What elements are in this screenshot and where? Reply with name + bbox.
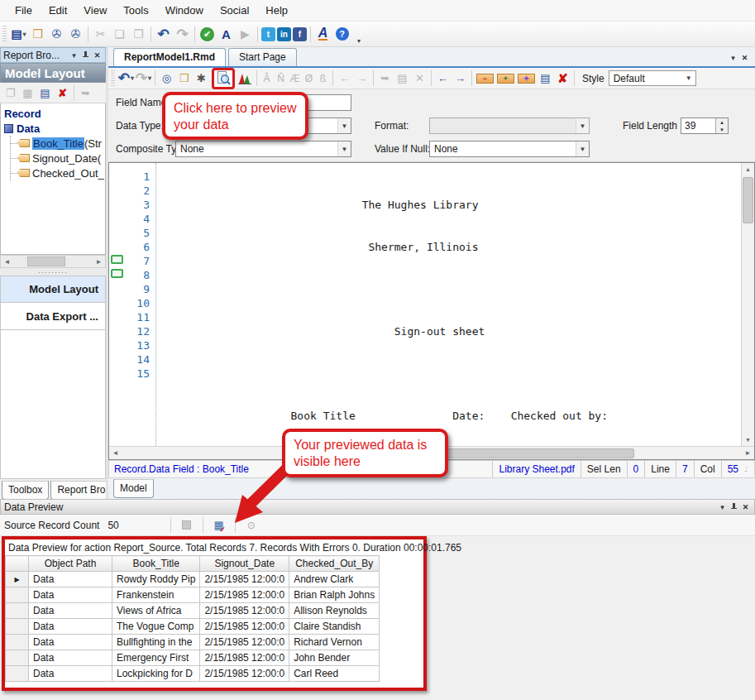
menu-view[interactable]: View (75, 1, 115, 20)
menu-file[interactable]: File (7, 1, 41, 20)
help-icon[interactable]: ? (332, 25, 351, 44)
record-properties-icon[interactable]: ▤ (537, 70, 554, 88)
nav-forward-icon[interactable]: → (353, 70, 370, 88)
menu-help[interactable]: Help (257, 1, 296, 20)
paste-icon[interactable]: ❐ (129, 25, 148, 44)
model-layout-button[interactable]: Model Layout (0, 276, 106, 303)
tree-node-checked-out[interactable]: Checked_Out_ (11, 165, 105, 180)
dock-menu-icon[interactable] (69, 50, 79, 60)
nav-back-icon[interactable]: ← (336, 70, 353, 88)
group-icon[interactable]: ▦ (19, 84, 36, 102)
row-selector[interactable] (6, 666, 29, 682)
report-header-line[interactable]: Book TitleDate:Checked out by: (161, 409, 741, 423)
row-selector[interactable] (6, 603, 29, 619)
menu-social[interactable]: Social (212, 1, 257, 20)
panel-menu-icon[interactable] (717, 501, 728, 512)
font-icon[interactable]: A (217, 25, 236, 44)
char-ae-icon[interactable]: Æ (288, 73, 302, 84)
linkedin-icon[interactable]: in (277, 27, 291, 41)
ruler-remove-icon[interactable]: − (476, 74, 494, 84)
cut-icon[interactable]: ✂ (91, 25, 110, 44)
undo-icon[interactable]: ↶ (154, 25, 173, 44)
prev-field-icon[interactable]: ← (434, 70, 452, 88)
menu-tools[interactable]: Tools (115, 1, 156, 20)
stepper-down-icon[interactable]: ▼ (716, 126, 728, 133)
tab-model[interactable]: Model (113, 479, 154, 498)
preview-data-button[interactable] (216, 71, 231, 86)
stop-icon[interactable] (178, 517, 196, 534)
composite-type-dropdown[interactable]: None ▼ (175, 141, 351, 157)
char-n-tilde-icon[interactable]: Ñ (274, 73, 288, 84)
scroll-down-icon[interactable]: ▼ (742, 434, 754, 446)
redo-icon[interactable]: ↷ (135, 70, 152, 88)
scroll-right-icon[interactable]: ► (93, 256, 105, 267)
statistics-histogram-icon[interactable] (237, 70, 254, 88)
delete-record-icon[interactable]: ✘ (554, 70, 571, 88)
grid-row[interactable]: Data Frankenstein 2/15/1985 12:00:0 Bria… (6, 587, 380, 603)
delete-icon[interactable]: ✘ (54, 84, 71, 102)
scroll-thumb[interactable] (743, 177, 753, 223)
report-line[interactable]: Sign-out sheet (161, 324, 741, 338)
save-all-icon[interactable]: ✇ (66, 25, 85, 44)
open-icon[interactable]: ❒ (28, 25, 47, 44)
ruler-wizard-icon[interactable]: ✦ (518, 74, 535, 84)
data-export-button[interactable]: Data Export ... (0, 303, 106, 330)
row-marker-icon[interactable] (111, 269, 123, 278)
row-selector[interactable] (6, 587, 29, 603)
next-field-icon[interactable]: → (452, 70, 469, 88)
undo-icon[interactable]: ↶ (117, 70, 135, 88)
menu-window[interactable]: Window (157, 1, 212, 20)
doc-list-icon[interactable] (728, 52, 738, 63)
tree-node-data[interactable]: Data (4, 121, 105, 136)
char-o-slash-icon[interactable]: Ø (302, 73, 316, 84)
validate-icon[interactable]: ✔ (198, 25, 217, 44)
scroll-right-icon[interactable]: ► (742, 448, 754, 459)
ruler-add-icon[interactable]: + (497, 74, 514, 84)
tree-horizontal-scrollbar[interactable]: ◄ ► (0, 255, 106, 268)
char-a-tilde-icon[interactable]: Ã (260, 73, 274, 84)
menu-edit[interactable]: Edit (41, 1, 75, 20)
status-source-file[interactable]: Library Sheet.pdf (492, 461, 580, 477)
twitter-icon[interactable]: t (261, 27, 275, 41)
save-icon[interactable]: ✇ (47, 25, 66, 44)
find-icon[interactable]: ◎ (158, 70, 175, 88)
new-report-icon[interactable]: ▤ (9, 25, 28, 44)
tree-node-record[interactable]: Record (4, 106, 105, 121)
row-marker-icon[interactable] (111, 255, 123, 264)
dock-pin-icon[interactable] (80, 50, 91, 60)
run-icon[interactable]: ▶ (236, 25, 255, 44)
col-object-path[interactable]: Object Path (29, 556, 112, 572)
grid-row[interactable]: Data The Vogue Comp 2/15/1985 12:00:0 Cl… (6, 619, 380, 635)
tab-toolbox[interactable]: Toolbox (2, 481, 49, 500)
field-length-stepper[interactable]: 39 ▲ ▼ (681, 117, 729, 134)
resize-grip-icon[interactable]: .: (744, 465, 754, 473)
scroll-left-icon[interactable]: ◄ (1, 256, 13, 267)
dock-close-icon[interactable] (92, 50, 103, 60)
field-properties-icon[interactable]: ▤ (394, 70, 411, 88)
value-if-null-dropdown[interactable]: None ▼ (429, 141, 590, 157)
redo-icon[interactable]: ↷ (173, 25, 192, 44)
report-line[interactable] (161, 367, 741, 381)
style-dropdown[interactable]: Default ▼ (609, 70, 696, 86)
row-selector[interactable] (6, 650, 29, 666)
hint-bulb-icon[interactable]: ⊙ (242, 517, 260, 534)
report-line[interactable] (161, 282, 741, 296)
row-selector[interactable] (6, 619, 29, 635)
grid-row[interactable]: Data Lockpicking for D 2/15/1985 12:00:0… (6, 666, 380, 682)
stepper-up-icon[interactable]: ▲ (716, 118, 728, 126)
add-record-icon[interactable]: ❐ (2, 84, 19, 102)
toolbar-grip[interactable] (111, 70, 115, 87)
grid-row[interactable]: ▶ Data Rowdy Roddy Pip 2/15/1985 12:00:0… (6, 572, 380, 587)
editor-vertical-scrollbar[interactable]: ▲ ▼ (741, 163, 754, 446)
grid-row[interactable]: Data Emergency First 2/15/1985 12:00:0 J… (6, 650, 380, 666)
scroll-left-icon[interactable]: ◄ (109, 448, 122, 459)
grid-row[interactable]: Data Bullfighting in the 2/15/1985 12:00… (6, 635, 380, 650)
scroll-up-icon[interactable]: ▲ (742, 163, 754, 175)
row-selector[interactable] (6, 635, 29, 650)
panel-pin-icon[interactable] (729, 501, 739, 512)
export-grid-icon[interactable]: ▦ (210, 517, 228, 534)
facebook-icon[interactable]: f (293, 27, 307, 41)
col-signout-date[interactable]: Signout_Date (200, 556, 289, 572)
send-to-icon[interactable]: ➥ (376, 70, 394, 88)
col-book-title[interactable]: Book_Title (112, 556, 200, 572)
